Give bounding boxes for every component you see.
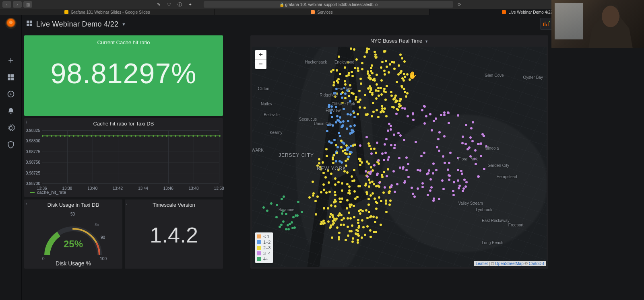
- gauge-subtitle: Disk Usage %: [24, 260, 122, 267]
- tab-strip: Grafana 101 Webinar Slides - Google Slid…: [0, 9, 644, 15]
- lock-icon: 🔒: [279, 2, 284, 7]
- legend-label: cache_hit_rate: [37, 190, 66, 195]
- url-text: grafana-101-webinar-support-50d0.a.times…: [285, 2, 378, 7]
- plus-icon[interactable]: [6, 55, 16, 65]
- map-legend-item: 1–2: [257, 239, 270, 245]
- panel-disk-usage[interactable]: i Disk Usage in Taxi DB 0 50 75 90 100 2…: [24, 199, 122, 269]
- panel-cache-hit-ratio[interactable]: Current Cache hit ratio 98.81297%: [24, 35, 223, 116]
- browser-toolbar: ‹ › ▥ ✎ ♡ ⓘ ✦ 🔒 grafana-101-webinar-supp…: [0, 0, 644, 9]
- browser-tab-0[interactable]: Grafana 101 Webinar Slides - Google Slid…: [0, 9, 215, 15]
- panel-title: Disk Usage in Taxi DB: [24, 199, 122, 210]
- page-title[interactable]: Live Webinar Demo 4/22: [36, 20, 118, 29]
- favicon-grafana: [502, 10, 506, 14]
- grafana-sidebar: [0, 15, 22, 300]
- grafana-logo[interactable]: [5, 18, 17, 29]
- puzzle-icon[interactable]: ✦: [187, 1, 193, 8]
- legend-swatch: [30, 192, 35, 193]
- back-button[interactable]: ‹: [2, 1, 11, 8]
- browser-tab-1[interactable]: Services: [215, 9, 429, 15]
- panel-nyc-buses-map[interactable]: NYC Buses Real Time▼ HackensackEnglewood…: [250, 35, 548, 269]
- stat-value: 98.81297%: [24, 58, 223, 90]
- webcam-overlay: [551, 0, 644, 48]
- zoom-in-button[interactable]: +: [255, 50, 266, 60]
- dashboard-squares-icon[interactable]: [26, 20, 33, 29]
- toolbar-center-icons: ✎ ♡ ⓘ ✦: [155, 1, 193, 8]
- gauge-tick-75: 75: [94, 222, 99, 227]
- shield-icon[interactable]: ♡: [166, 1, 172, 8]
- info-icon[interactable]: ⓘ: [176, 1, 183, 8]
- panel-title: NYC Buses Real Time▼: [250, 35, 548, 45]
- map-legend-item: < 1: [257, 234, 270, 239]
- panel-title: Current Cache hit ratio: [24, 35, 223, 47]
- grafana-app: Live Webinar Demo 4/22 ▼ ☆ ⇪ 🖫 ⚙ 🖵 ◔ Cur…: [0, 15, 644, 300]
- favicon-grafana-orange: [311, 10, 315, 14]
- map-legend-item: 3–4: [257, 251, 270, 256]
- panel-grid: Current Cache hit ratio 98.81297% i Cach…: [22, 33, 644, 300]
- favicon-gslides: [64, 10, 68, 14]
- map-attribution: Leaflet | © OpenStreetMap © CartoDB: [474, 261, 546, 266]
- dashboards-icon[interactable]: [6, 72, 16, 82]
- map-legend-item: 4+: [257, 256, 270, 262]
- url-bar[interactable]: 🔒 grafana-101-webinar-support-50d0.a.tim…: [204, 1, 453, 8]
- map-legend-item: 2–3: [257, 245, 270, 251]
- gauge: 0 50 75 90 100 25%: [39, 213, 107, 261]
- gauge-value: 25%: [64, 238, 83, 250]
- panel-cache-line[interactable]: i Cache hit ratio for Taxi DB 0.987000.9…: [24, 118, 223, 197]
- map-legend: < 11–22–33–44+: [255, 232, 273, 263]
- gauge-tick-min: 0: [42, 257, 45, 261]
- gear-icon[interactable]: [6, 123, 16, 133]
- gauge-tick-max: 100: [100, 257, 107, 261]
- gauge-tick-90: 90: [101, 235, 105, 240]
- reader-icon[interactable]: ✎: [155, 1, 162, 8]
- panel-title: Cache hit ratio for Taxi DB: [24, 118, 223, 128]
- grafana-topbar: Live Webinar Demo 4/22 ▼ ☆ ⇪ 🖫 ⚙ 🖵 ◔: [22, 15, 644, 33]
- map-canvas[interactable]: HackensackEnglewoodCliftonRidgefieldClif…: [252, 47, 547, 267]
- chart-legend: cache_hit_rate: [30, 190, 66, 195]
- reload-button[interactable]: ⟳: [456, 1, 463, 8]
- panel-title: Timescale Version: [125, 199, 223, 210]
- panel-timescale-version[interactable]: i Timescale Version 1.4.2: [125, 199, 223, 269]
- sidebar-toggle[interactable]: ▥: [23, 1, 32, 8]
- carto-link[interactable]: CartoDB: [529, 261, 544, 266]
- chevron-down-icon[interactable]: ▼: [122, 22, 126, 27]
- map-zoom-control: + −: [255, 50, 266, 69]
- forward-button[interactable]: ›: [13, 1, 22, 8]
- osm-link[interactable]: OpenStreetMap: [495, 261, 524, 266]
- stat-value: 1.4.2: [125, 222, 223, 247]
- tab-label: Services: [317, 10, 332, 14]
- chevron-down-icon[interactable]: ▼: [425, 39, 428, 43]
- zoom-out-button[interactable]: −: [255, 60, 266, 69]
- nav-group: ‹ › ▥: [2, 1, 32, 8]
- tab-label: Grafana 101 Webinar Slides - Google Slid…: [71, 10, 150, 14]
- alert-icon[interactable]: [6, 106, 16, 116]
- explore-icon[interactable]: [6, 89, 16, 99]
- leaflet-link[interactable]: Leaflet: [476, 261, 488, 266]
- line-chart: 0.987000.987250.987500.987750.988000.988…: [42, 130, 219, 183]
- shield-icon[interactable]: [6, 140, 16, 150]
- gauge-tick-50: 50: [70, 212, 75, 216]
